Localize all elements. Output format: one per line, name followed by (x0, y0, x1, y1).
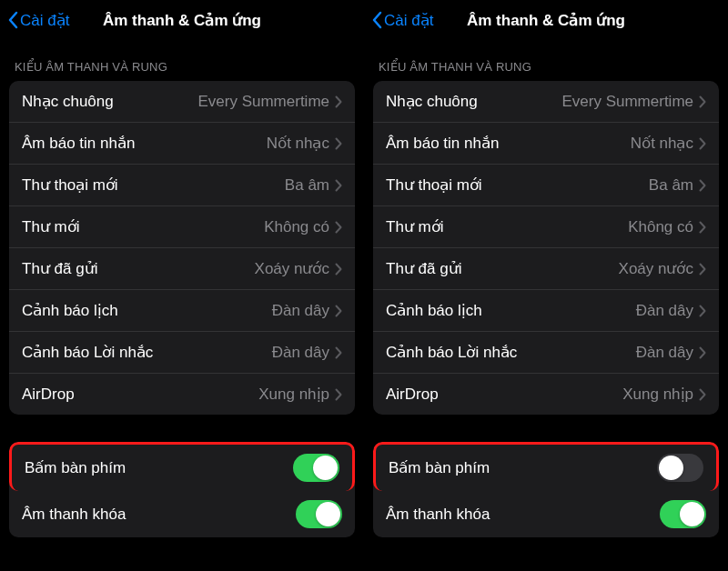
row-value: Không có (628, 218, 693, 236)
toggle-keyboard-clicks: Bấm bàn phím (373, 442, 719, 491)
switch[interactable] (660, 500, 706, 528)
row-value: Xung nhịp (622, 385, 693, 404)
row-voicemail[interactable]: Thư thoại mớiBa âm (9, 165, 355, 206)
toggle-label: Âm thanh khóa (386, 506, 490, 524)
row-text-tone[interactable]: Âm báo tin nhắnNốt nhạc (9, 123, 355, 165)
row-value: Xoáy nước (255, 259, 329, 278)
switch-knob (680, 502, 704, 526)
chevron-right-icon (699, 179, 706, 192)
chevron-right-icon (699, 263, 706, 275)
switch[interactable] (296, 500, 342, 528)
row-value: Every Summertime (197, 93, 329, 111)
chevron-right-icon (335, 388, 342, 401)
row-label: Cảnh báo lịch (22, 301, 118, 320)
switch-knob (316, 502, 340, 526)
row-label: AirDrop (386, 386, 439, 404)
chevron-right-icon (699, 388, 706, 401)
chevron-right-icon (335, 346, 342, 359)
row-value: Nốt nhạc (267, 134, 329, 153)
switch-knob (313, 456, 338, 480)
back-button[interactable]: Cài đặt (371, 11, 433, 30)
row-value: Đàn dây (636, 302, 693, 320)
row-value: Ba âm (285, 176, 329, 195)
row-label: Âm báo tin nhắn (386, 134, 499, 153)
chevron-right-icon (699, 346, 706, 359)
row-airdrop[interactable]: AirDropXung nhịp (9, 374, 355, 415)
back-button[interactable]: Cài đặt (7, 11, 69, 30)
switch[interactable] (293, 454, 339, 482)
row-value: Đàn dây (272, 344, 329, 362)
row-reminder-alert[interactable]: Cảnh báo Lời nhắcĐàn dây (9, 332, 355, 374)
back-label: Cài đặt (384, 11, 433, 30)
row-label: Cảnh báo lịch (386, 301, 482, 320)
row-label: Âm báo tin nhắn (22, 134, 135, 153)
row-calendar-alert[interactable]: Cảnh báo lịchĐàn dây (373, 290, 719, 332)
toggle-lock-sound: Âm thanh khóa (9, 491, 355, 537)
row-label: AirDrop (22, 386, 75, 404)
row-value: Không có (264, 218, 329, 236)
chevron-left-icon (7, 11, 18, 29)
switch-knob (659, 456, 683, 480)
section-header: KIỂU ÂM THANH VÀ RUNG (0, 40, 364, 81)
row-label: Thư đã gửi (22, 259, 97, 278)
chevron-right-icon (335, 263, 342, 275)
row-ringtone[interactable]: Nhạc chuôngEvery Summertime (9, 81, 355, 123)
sounds-list: Nhạc chuôngEvery SummertimeÂm báo tin nh… (373, 81, 719, 415)
settings-pane-left: Cài đặt Âm thanh & Cảm ứng KIỂU ÂM THANH… (0, 0, 364, 571)
settings-pane-right: Cài đặt Âm thanh & Cảm ứng KIỂU ÂM THANH… (364, 0, 728, 571)
row-sent-mail[interactable]: Thư đã gửiXoáy nước (373, 248, 719, 290)
toggle-lock-sound: Âm thanh khóa (373, 491, 719, 537)
chevron-right-icon (699, 95, 706, 108)
row-label: Thư đã gửi (386, 259, 461, 278)
row-airdrop[interactable]: AirDropXung nhịp (373, 374, 719, 415)
row-voicemail[interactable]: Thư thoại mớiBa âm (373, 165, 719, 206)
sounds-list: Nhạc chuôngEvery SummertimeÂm báo tin nh… (9, 81, 355, 415)
toggle-label: Bấm bàn phím (25, 458, 126, 477)
chevron-right-icon (335, 95, 342, 108)
row-label: Cảnh báo Lời nhắc (386, 343, 517, 362)
row-value: Đàn dây (636, 344, 693, 362)
row-value: Đàn dây (272, 302, 329, 320)
chevron-right-icon (335, 221, 342, 234)
back-label: Cài đặt (20, 11, 69, 30)
row-text-tone[interactable]: Âm báo tin nhắnNốt nhạc (373, 123, 719, 165)
chevron-right-icon (335, 305, 342, 317)
chevron-left-icon (371, 11, 382, 29)
row-value: Ba âm (649, 176, 693, 195)
row-calendar-alert[interactable]: Cảnh báo lịchĐàn dây (9, 290, 355, 332)
row-label: Thư mới (22, 217, 80, 236)
row-new-mail[interactable]: Thư mớiKhông có (9, 206, 355, 248)
row-new-mail[interactable]: Thư mớiKhông có (373, 206, 719, 248)
row-ringtone[interactable]: Nhạc chuôngEvery Summertime (373, 81, 719, 123)
row-value: Nốt nhạc (631, 134, 693, 153)
chevron-right-icon (335, 179, 342, 192)
toggles-list: Bấm bàn phímÂm thanh khóa (9, 442, 355, 537)
row-label: Cảnh báo Lời nhắc (22, 343, 153, 362)
toggles-list: Bấm bàn phímÂm thanh khóa (373, 442, 719, 537)
row-reminder-alert[interactable]: Cảnh báo Lời nhắcĐàn dây (373, 332, 719, 374)
chevron-right-icon (699, 305, 706, 317)
switch[interactable] (657, 454, 703, 482)
chevron-right-icon (699, 137, 706, 150)
row-value: Every Summertime (561, 93, 693, 111)
row-value: Xung nhịp (258, 385, 329, 404)
chevron-right-icon (335, 137, 342, 150)
toggle-label: Bấm bàn phím (389, 458, 490, 477)
header: Cài đặt Âm thanh & Cảm ứng (364, 0, 728, 40)
row-label: Thư thoại mới (22, 175, 118, 195)
toggle-keyboard-clicks: Bấm bàn phím (9, 442, 355, 491)
row-label: Thư mới (386, 217, 444, 236)
header: Cài đặt Âm thanh & Cảm ứng (0, 0, 364, 40)
row-value: Xoáy nước (619, 259, 693, 278)
chevron-right-icon (699, 221, 706, 234)
section-header: KIỂU ÂM THANH VÀ RUNG (364, 40, 728, 81)
row-label: Nhạc chuông (22, 92, 114, 111)
row-label: Thư thoại mới (386, 175, 482, 195)
row-label: Nhạc chuông (386, 92, 478, 111)
toggle-label: Âm thanh khóa (22, 506, 126, 524)
row-sent-mail[interactable]: Thư đã gửiXoáy nước (9, 248, 355, 290)
